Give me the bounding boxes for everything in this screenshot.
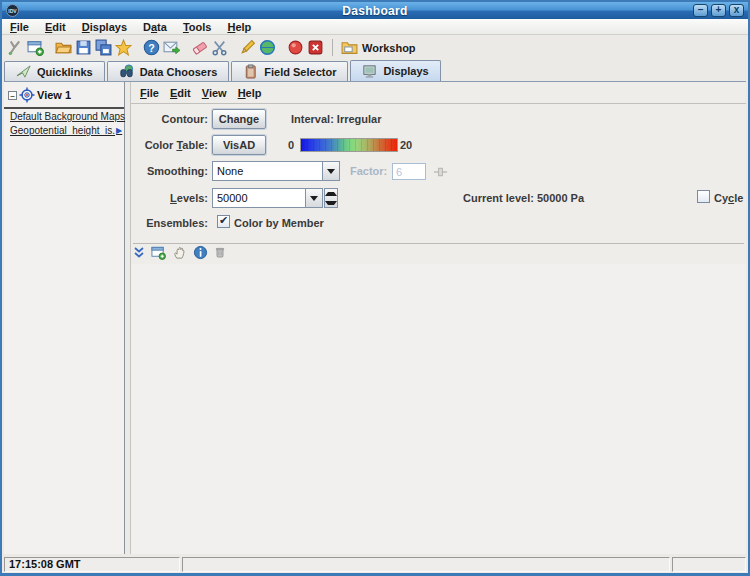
- tab-quicklinks[interactable]: Quicklinks: [4, 61, 105, 81]
- favorites-star-icon[interactable]: [115, 39, 132, 56]
- edit-pencil-icon[interactable]: [239, 39, 256, 56]
- colorbar-min-label: 0: [288, 139, 294, 151]
- new-display-window-icon[interactable]: [151, 245, 166, 260]
- factor-slider-icon: [433, 167, 448, 177]
- display-control-panel: File Edit View Help Contour: Change Inte…: [130, 82, 746, 554]
- panel-menu-file[interactable]: File: [138, 87, 168, 99]
- menu-displays[interactable]: Displays: [74, 21, 135, 33]
- panel-menu-help[interactable]: Help: [236, 87, 271, 99]
- factor-label: Factor:: [350, 165, 387, 177]
- svg-text:?: ?: [148, 42, 154, 54]
- record-icon[interactable]: [287, 39, 304, 56]
- tree-expander-icon[interactable]: –: [8, 91, 17, 100]
- chevron-down-icon[interactable]: [305, 189, 322, 207]
- panel-menu-view[interactable]: View: [200, 87, 236, 99]
- ensembles-label: Ensembles:: [135, 217, 208, 229]
- menu-edit[interactable]: Edit: [37, 21, 74, 33]
- chevron-down-icon[interactable]: [322, 162, 339, 180]
- tab-field-selector[interactable]: Field Selector: [231, 61, 348, 81]
- colorbar-max-label: 20: [400, 139, 412, 151]
- control-separator: [133, 243, 744, 244]
- globe-icon[interactable]: [259, 39, 276, 56]
- workshop-folder-icon: [341, 39, 358, 56]
- idv-app-icon[interactable]: IDV: [6, 4, 19, 17]
- color-table-label: Color Table:: [135, 139, 208, 151]
- main-menubar: File Edit Displays Data Tools Help: [2, 19, 748, 35]
- display-tree-panel: – View 1 Default Background Maps Geopote…: [4, 82, 125, 554]
- tree-item-default-background-maps[interactable]: Default Background Maps: [10, 110, 124, 123]
- window-title: Dashboard: [2, 4, 748, 18]
- levels-label: Levels:: [135, 192, 208, 204]
- titlebar[interactable]: IDV Dashboard – + x: [2, 2, 748, 19]
- pan-hand-icon[interactable]: [172, 245, 187, 260]
- current-level-text: Current level: 50000 Pa: [463, 192, 584, 204]
- color-by-member-label: Color by Member: [234, 217, 324, 229]
- color-table-preview[interactable]: [300, 138, 398, 152]
- save-copy-icon[interactable]: [95, 39, 112, 56]
- tree-node-view1[interactable]: – View 1: [4, 82, 124, 109]
- cycle-label: Cycle: [714, 192, 743, 204]
- open-folder-icon[interactable]: [55, 39, 72, 56]
- workshop-button[interactable]: Workshop: [341, 39, 416, 56]
- view-crosshair-icon: [19, 87, 35, 103]
- collapse-chevrons-icon[interactable]: [133, 245, 145, 260]
- menu-data[interactable]: Data: [135, 21, 175, 33]
- cut-scissors-icon[interactable]: [211, 39, 228, 56]
- memory-indicator-area: [672, 557, 746, 572]
- displays-tab-content: – View 1 Default Background Maps Geopote…: [4, 81, 746, 554]
- status-message-area: [182, 557, 670, 572]
- panel-menu-edit[interactable]: Edit: [168, 87, 200, 99]
- maximize-button[interactable]: +: [711, 4, 726, 17]
- tab-displays[interactable]: Displays: [350, 60, 440, 81]
- color-table-button[interactable]: VisAD: [212, 135, 266, 155]
- stop-icon[interactable]: [307, 39, 324, 56]
- main-toolbar: ? Workshop: [2, 35, 748, 60]
- clipboard-icon: [243, 64, 258, 79]
- minimize-button[interactable]: –: [693, 4, 708, 17]
- tab-data-choosers[interactable]: Data Choosers: [107, 61, 230, 81]
- info-icon[interactable]: [193, 245, 208, 260]
- monitor-icon: [362, 64, 377, 79]
- slingshot-icon[interactable]: [7, 39, 24, 56]
- color-by-member-checkbox[interactable]: [217, 215, 230, 228]
- spinner-down-icon: [325, 198, 337, 207]
- close-button[interactable]: x: [729, 4, 744, 17]
- toolbar-separator: [332, 39, 333, 56]
- paper-plane-icon: [16, 64, 31, 79]
- display-mini-toolbar: [133, 245, 226, 260]
- levels-combobox[interactable]: 50000: [212, 188, 323, 208]
- contour-change-button[interactable]: Change: [212, 109, 266, 129]
- contour-label: Contour:: [135, 113, 208, 125]
- display-control-menubar: File Edit View Help: [131, 82, 746, 104]
- svg-text:IDV: IDV: [8, 8, 17, 14]
- new-window-icon[interactable]: [27, 39, 44, 56]
- menu-help[interactable]: Help: [219, 21, 259, 33]
- spinner-up-icon: [325, 189, 337, 198]
- tree-item-geopotential-height[interactable]: Geopotential_height_is. ▶: [10, 124, 124, 137]
- menu-tools[interactable]: Tools: [175, 21, 220, 33]
- smoothing-combobox[interactable]: None: [212, 161, 340, 181]
- levels-spinner[interactable]: [324, 188, 338, 208]
- cycle-checkbox[interactable]: [697, 190, 710, 203]
- main-tabs: Quicklinks Data Choosers Field Selector …: [4, 60, 748, 81]
- help-icon[interactable]: ?: [143, 39, 160, 56]
- display-panel-body: [131, 264, 746, 554]
- tree-root-label: View 1: [37, 89, 71, 101]
- send-message-icon[interactable]: [163, 39, 180, 56]
- trash-icon[interactable]: [214, 245, 226, 260]
- menu-file[interactable]: File: [2, 21, 37, 33]
- contour-interval-text: Interval: Irregular: [291, 113, 381, 125]
- statusbar: 17:15:08 GMT: [2, 556, 748, 573]
- binoculars-icon: [119, 64, 134, 79]
- clock-display: 17:15:08 GMT: [4, 557, 180, 572]
- dashboard-window: IDV Dashboard – + x File Edit Displays D…: [0, 0, 750, 576]
- item-arrow-right-icon: ▶: [116, 124, 122, 137]
- eraser-icon[interactable]: [191, 39, 208, 56]
- smoothing-label: Smoothing:: [135, 165, 208, 177]
- workshop-label: Workshop: [362, 42, 416, 54]
- save-icon[interactable]: [75, 39, 92, 56]
- factor-field: [392, 163, 426, 180]
